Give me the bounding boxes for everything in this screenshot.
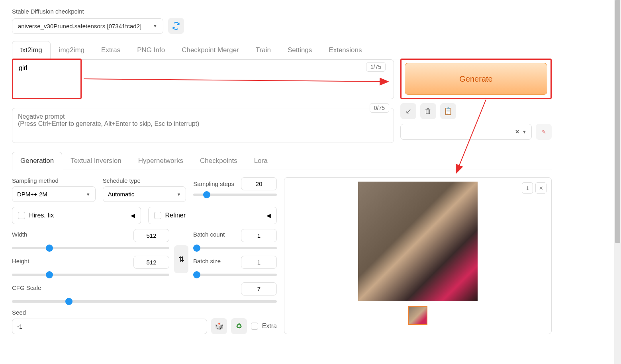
generated-image[interactable] — [358, 182, 478, 301]
negative-prompt-input[interactable] — [12, 108, 394, 143]
tab-extras[interactable]: Extras — [93, 41, 129, 59]
batch-count-label: Batch count — [193, 231, 225, 238]
sampling-steps-input[interactable] — [241, 177, 277, 190]
cfg-scale-input[interactable] — [241, 282, 277, 296]
tab-extensions[interactable]: Extensions — [320, 41, 370, 59]
tab-settings[interactable]: Settings — [279, 41, 320, 59]
swap-icon: ⇅ — [178, 255, 184, 263]
height-slider[interactable] — [12, 274, 169, 276]
swap-dimensions-button[interactable]: ⇅ — [174, 245, 188, 273]
scrollbar-thumb[interactable] — [615, 0, 620, 243]
close-image-button[interactable]: ✕ — [535, 182, 547, 194]
sampling-method-value: DPM++ 2M — [17, 191, 47, 198]
sampling-method-select[interactable]: DPM++ 2M ▼ — [12, 186, 96, 202]
scrollbar-track[interactable] — [614, 0, 621, 364]
edit-style-button[interactable]: ✎ — [536, 124, 552, 140]
clear-style-icon[interactable]: × — [515, 128, 519, 135]
gen-tab-checkpoints[interactable]: Checkpoints — [192, 152, 246, 170]
style-select[interactable]: × ▼ — [400, 124, 532, 140]
schedule-type-label: Schedule type — [103, 177, 186, 184]
triangle-left-icon: ◀ — [131, 212, 135, 219]
chevron-down-icon: ▼ — [86, 192, 90, 197]
tab-txt2img[interactable]: txt2img — [12, 41, 51, 59]
tab-png-info[interactable]: PNG Info — [129, 41, 173, 59]
schedule-type-value: Automatic — [108, 191, 135, 198]
seed-label: Seed — [12, 309, 277, 316]
checkpoint-value: aniverse_v30Pruned.safetensors [07341fca… — [18, 23, 141, 29]
gen-tab-hypernetworks[interactable]: Hypernetworks — [130, 152, 192, 170]
refresh-icon — [172, 22, 180, 30]
refiner-toggle[interactable]: Refiner ◀ — [148, 207, 277, 224]
hires-fix-toggle[interactable]: Hires. fix ◀ — [12, 207, 141, 224]
generated-thumbnail[interactable] — [408, 306, 427, 325]
cfg-scale-label: CFG Scale — [12, 284, 41, 291]
neg-prompt-token-count: 0/75 — [370, 103, 389, 113]
gen-tab-textual-inversion[interactable]: Textual Inversion — [62, 152, 130, 170]
close-icon: ✕ — [539, 185, 543, 191]
arrow-down-left-icon: ↙ — [406, 107, 411, 115]
hires-fix-label: Hires. fix — [29, 212, 54, 219]
width-label: Width — [12, 231, 27, 238]
pencil-icon: ✎ — [542, 129, 546, 135]
tab-train[interactable]: Train — [247, 41, 279, 59]
triangle-left-icon: ◀ — [266, 212, 271, 219]
gen-tab-generation[interactable]: Generation — [12, 152, 62, 170]
batch-size-input[interactable] — [241, 256, 277, 269]
tab-checkpoint-merger[interactable]: Checkpoint Merger — [173, 41, 247, 59]
chevron-down-icon: ▼ — [176, 192, 181, 197]
height-label: Height — [12, 258, 29, 264]
sampling-steps-slider[interactable] — [193, 194, 277, 196]
refresh-checkpoint-button[interactable] — [168, 18, 184, 34]
batch-count-input[interactable] — [241, 229, 277, 242]
main-tabs: txt2img img2img Extras PNG Info Checkpoi… — [12, 41, 552, 59]
output-panel: ⤓ ✕ — [284, 177, 552, 334]
clear-button[interactable]: 🗑 — [420, 103, 436, 119]
batch-count-slider[interactable] — [193, 247, 277, 249]
arrow-in-button[interactable]: ↙ — [400, 103, 416, 119]
batch-size-label: Batch size — [193, 258, 221, 264]
download-icon: ⤓ — [525, 185, 530, 191]
generate-button[interactable]: Generate — [405, 63, 547, 95]
random-seed-button[interactable]: 🎲 — [211, 318, 227, 334]
refiner-checkbox[interactable] — [154, 212, 161, 219]
batch-size-slider[interactable] — [193, 274, 277, 276]
gen-tab-lora[interactable]: Lora — [246, 152, 276, 170]
refiner-label: Refiner — [165, 212, 186, 219]
width-input[interactable] — [133, 229, 169, 242]
checkpoint-select[interactable]: aniverse_v30Pruned.safetensors [07341fca… — [12, 18, 163, 34]
clipboard-button[interactable]: 📋 — [440, 103, 456, 119]
schedule-type-select[interactable]: Automatic ▼ — [103, 186, 186, 202]
prompt-token-count: 1/75 — [366, 62, 386, 72]
recycle-icon: ♻ — [236, 322, 242, 331]
height-input[interactable] — [133, 256, 169, 269]
trash-icon: 🗑 — [425, 107, 432, 115]
clipboard-icon: 📋 — [444, 107, 453, 115]
width-slider[interactable] — [12, 247, 169, 249]
generation-tabs: Generation Textual Inversion Hypernetwor… — [12, 152, 552, 170]
prompt-input[interactable] — [13, 60, 80, 96]
reuse-seed-button[interactable]: ♻ — [231, 318, 247, 334]
sampling-steps-label: Sampling steps — [193, 180, 237, 187]
chevron-down-icon: ▼ — [153, 23, 157, 28]
extra-seed-label: Extra — [262, 323, 277, 330]
dice-icon: 🎲 — [215, 322, 223, 331]
download-image-button[interactable]: ⤓ — [522, 182, 533, 194]
sampling-method-label: Sampling method — [12, 177, 96, 184]
settings-panel: Sampling method DPM++ 2M ▼ Schedule type… — [12, 177, 277, 334]
seed-input[interactable] — [12, 319, 207, 334]
tab-img2img[interactable]: img2img — [51, 41, 93, 59]
checkpoint-label: Stable Diffusion checkpoint — [12, 8, 552, 15]
hires-fix-checkbox[interactable] — [18, 212, 25, 219]
chevron-down-icon: ▼ — [522, 129, 527, 134]
cfg-scale-slider[interactable] — [12, 300, 277, 303]
extra-seed-checkbox[interactable] — [251, 323, 258, 330]
